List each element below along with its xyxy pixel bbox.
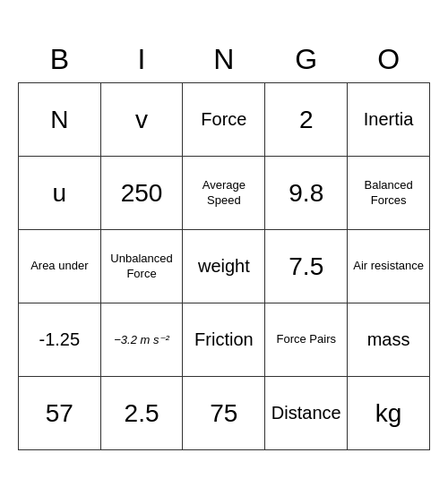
bingo-cell-3-3: Force Pairs xyxy=(265,303,348,377)
bingo-cell-1-4: Balanced Forces xyxy=(348,157,430,230)
bingo-cell-2-2: weight xyxy=(183,230,265,303)
bingo-cell-0-2: Force xyxy=(183,83,265,157)
bingo-row-1: u250Average Speed9.8Balanced Forces xyxy=(19,157,430,230)
bingo-row-4: 572.575Distancekg xyxy=(19,377,430,450)
bingo-header-N: N xyxy=(183,37,265,83)
bingo-cell-2-0: Area under xyxy=(19,230,101,303)
bingo-header-G: G xyxy=(265,37,348,83)
bingo-cell-4-1: 2.5 xyxy=(100,377,183,450)
bingo-cell-0-4: Inertia xyxy=(348,83,430,157)
bingo-cell-3-4: mass xyxy=(348,303,430,377)
bingo-cell-1-1: 250 xyxy=(100,157,183,230)
bingo-cell-3-1: −3.2 m s⁻² xyxy=(100,303,183,377)
bingo-cell-1-2: Average Speed xyxy=(183,157,265,230)
bingo-header-B: B xyxy=(19,37,101,83)
bingo-cell-2-4: Air resistance xyxy=(348,230,430,303)
bingo-cell-4-3: Distance xyxy=(265,377,348,450)
bingo-cell-1-0: u xyxy=(19,157,101,230)
bingo-cell-3-0: -1.25 xyxy=(19,303,101,377)
bingo-row-2: Area underUnbalanced Forceweight7.5Air r… xyxy=(19,230,430,303)
bingo-card: BINGO NvForce2Inertiau250Average Speed9.… xyxy=(18,37,430,451)
bingo-row-0: NvForce2Inertia xyxy=(19,83,430,157)
bingo-cell-4-0: 57 xyxy=(19,377,101,450)
bingo-header-I: I xyxy=(100,37,183,83)
bingo-cell-0-3: 2 xyxy=(265,83,348,157)
bingo-row-3: -1.25−3.2 m s⁻²FrictionForce Pairsmass xyxy=(19,303,430,377)
bingo-cell-0-0: N xyxy=(19,83,101,157)
bingo-cell-1-3: 9.8 xyxy=(265,157,348,230)
bingo-cell-4-4: kg xyxy=(348,377,430,450)
bingo-cell-3-2: Friction xyxy=(183,303,265,377)
bingo-cell-4-2: 75 xyxy=(183,377,265,450)
bingo-cell-2-1: Unbalanced Force xyxy=(100,230,183,303)
bingo-cell-0-1: v xyxy=(100,83,183,157)
bingo-cell-2-3: 7.5 xyxy=(265,230,348,303)
bingo-header-O: O xyxy=(348,37,430,83)
